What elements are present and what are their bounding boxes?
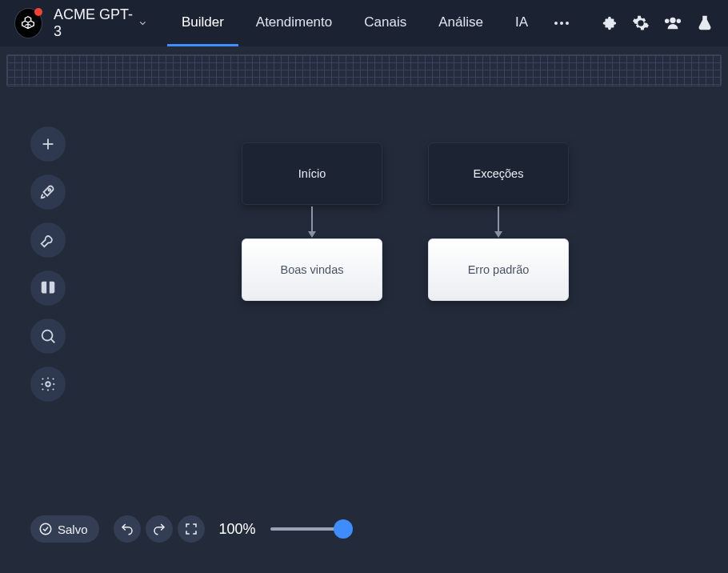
app-header: ACME GPT-3 Builder Atendimento Canais An… (0, 0, 728, 46)
gear-small-icon (39, 375, 57, 393)
node-label: Erro padrão (468, 263, 530, 276)
node-exceptions[interactable]: Exceções (428, 142, 569, 205)
people-icon (664, 14, 682, 32)
node-default-error[interactable]: Erro padrão (428, 238, 569, 301)
gear-icon (632, 14, 650, 32)
svg-line-7 (51, 339, 55, 343)
app-title-dropdown[interactable]: ACME GPT-3 (54, 6, 148, 40)
check-circle-icon (38, 522, 53, 536)
save-status: Salvo (30, 515, 99, 543)
flow-canvas[interactable]: Início Boas vindas Exceções Erro padrão … (0, 86, 728, 567)
puzzle-icon (600, 14, 618, 32)
variables-button[interactable] (30, 367, 66, 402)
tab-canais[interactable]: Canais (350, 0, 421, 46)
svg-point-5 (48, 189, 50, 191)
redo-button[interactable] (146, 515, 173, 543)
publish-button[interactable] (30, 174, 66, 210)
wrench-icon (39, 231, 57, 249)
node-label: Boas vindas (281, 263, 344, 276)
edge-start-welcome (311, 206, 313, 237)
extensions-button[interactable] (600, 14, 618, 32)
undo-button[interactable] (114, 515, 141, 543)
edge-exceptions-error (498, 206, 499, 237)
tools-button[interactable] (30, 222, 66, 258)
add-block-button[interactable] (30, 126, 66, 162)
rocket-icon (39, 183, 57, 201)
tab-ia[interactable]: IA (501, 0, 542, 46)
experiments-button[interactable] (696, 14, 714, 32)
node-welcome[interactable]: Boas vindas (242, 238, 382, 301)
fullscreen-icon (184, 522, 198, 536)
svg-point-0 (554, 22, 558, 25)
zoom-level: 100% (219, 521, 256, 538)
docs-button[interactable] (30, 270, 66, 306)
svg-point-8 (46, 382, 50, 387)
book-icon (39, 279, 57, 297)
more-horizontal-icon (554, 21, 570, 26)
team-button[interactable] (664, 14, 682, 32)
canvas-ruler[interactable] (6, 54, 722, 86)
node-label: Início (298, 167, 326, 180)
header-actions (600, 14, 714, 32)
nav-tabs: Builder Atendimento Canais Análise IA (167, 0, 578, 46)
search-button[interactable] (30, 319, 66, 354)
settings-button[interactable] (632, 14, 650, 32)
undo-icon (120, 522, 134, 536)
svg-point-9 (40, 523, 51, 535)
plus-icon (39, 135, 57, 153)
app-logo[interactable] (14, 8, 42, 38)
history-controls (114, 515, 205, 543)
tab-builder[interactable]: Builder (167, 0, 238, 46)
zoom-slider-thumb[interactable] (334, 519, 353, 539)
openai-logo-icon (19, 14, 37, 32)
redo-icon (152, 522, 166, 536)
tab-more[interactable] (546, 0, 578, 46)
flask-icon (696, 14, 714, 32)
side-toolbar (30, 126, 66, 402)
node-start[interactable]: Início (242, 142, 382, 205)
node-label: Exceções (474, 167, 524, 180)
svg-point-6 (42, 331, 53, 341)
notification-badge (34, 8, 42, 16)
search-icon (39, 327, 57, 345)
canvas-bottom-bar: Salvo 100% (30, 515, 350, 543)
tab-atendimento[interactable]: Atendimento (242, 0, 346, 46)
zoom-slider[interactable] (270, 527, 350, 531)
app-title-text: ACME GPT-3 (54, 6, 133, 40)
fit-view-button[interactable] (178, 515, 205, 543)
chevron-down-icon (138, 18, 148, 29)
tab-analise[interactable]: Análise (424, 0, 498, 46)
svg-point-2 (566, 22, 569, 25)
svg-point-1 (560, 22, 563, 25)
save-status-label: Salvo (58, 523, 88, 536)
